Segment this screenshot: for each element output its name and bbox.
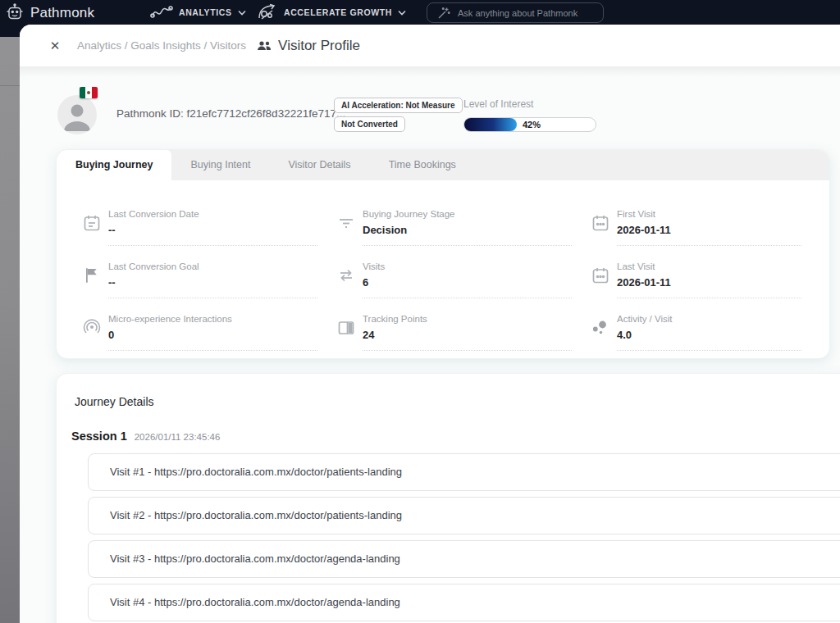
- tab-bar: Buying Journey Buying Intent Visitor Det…: [57, 150, 829, 180]
- funnel-lines-icon: [329, 213, 363, 246]
- visit-item[interactable]: Visit #1 - https://pro.doctoralia.com.mx…: [88, 453, 840, 491]
- calendar-lines-icon: [75, 213, 108, 246]
- stat-last-conversion-goal: Last Conversion Goal --: [75, 246, 329, 298]
- session-header: Session 1 2026/01/11 23:45:46: [71, 430, 840, 443]
- modal-header: ✕ Analytics / Goals Insights / Visitors …: [20, 25, 840, 67]
- page-title: Visitor Profile: [278, 38, 360, 54]
- repeat-icon: [329, 266, 363, 298]
- journey-details-card: Journey Details Session 1 2026/01/11 23:…: [56, 373, 840, 623]
- tab-visitor-details[interactable]: Visitor Details: [269, 150, 369, 180]
- pathmonk-robot-icon: [5, 3, 25, 23]
- status-badges: AI Acceleration: Not Measure Not Convert…: [334, 98, 463, 132]
- ask-anything-button[interactable]: Ask anything about Pathmonk: [427, 2, 604, 23]
- visitor-avatar: [57, 95, 97, 134]
- stat-micro-experience-interactions: Micro-experience Interactions 0: [75, 298, 329, 351]
- stat-first-visit: First Visit 2026-01-11: [583, 193, 813, 246]
- nav-item-analytics[interactable]: ANALYTICS: [150, 0, 246, 25]
- nav-item-accelerate-growth[interactable]: ACCELERATE GROWTH: [257, 0, 406, 25]
- breadcrumb[interactable]: Analytics / Goals Insights / Visitors: [77, 39, 246, 52]
- level-of-interest-bar: 42%: [463, 117, 596, 132]
- visitor-id: Pathmonk ID: f21efc7712cf26f8d32221fe717…: [116, 107, 345, 120]
- tab-time-bookings[interactable]: Time Bookings: [370, 150, 475, 180]
- visitor-profile-screen: Pathmonk ANALYTICS: [0, 0, 840, 623]
- stats-grid: Last Conversion Date -- Buying Journey S…: [57, 180, 829, 351]
- brand-name: Pathmonk: [30, 5, 94, 21]
- stat-last-conversion-date: Last Conversion Date --: [75, 193, 329, 246]
- chevron-down-icon: [398, 10, 406, 16]
- visit-item[interactable]: Visit #4 - https://pro.doctoralia.com.mx…: [88, 584, 840, 621]
- journey-details-heading: Journey Details: [75, 395, 840, 408]
- level-of-interest-fill: [464, 118, 517, 131]
- tab-buying-intent[interactable]: Buying Intent: [171, 150, 269, 180]
- stat-tracking-points: Tracking Points 24: [329, 298, 583, 351]
- magic-wand-icon: [437, 7, 450, 20]
- brand[interactable]: Pathmonk: [5, 2, 94, 24]
- person-icon: [57, 95, 97, 134]
- level-of-interest-percent: 42%: [523, 118, 541, 131]
- nav-item-label: ANALYTICS: [179, 7, 232, 17]
- stat-activity-per-visit: Activity / Visit 4.0: [583, 298, 813, 351]
- session-label: Session 1: [71, 430, 127, 443]
- stat-buying-journey-stage: Buying Journey Stage Decision: [329, 193, 583, 246]
- badge-ai-acceleration: AI Acceleration: Not Measure: [334, 98, 463, 113]
- nav-item-label: ACCELERATE GROWTH: [284, 7, 392, 17]
- calendar-dots-icon: [583, 213, 617, 246]
- level-of-interest-label: Level of Interest: [463, 98, 596, 110]
- backdrop-divider: [0, 85, 20, 86]
- tab-buying-journey[interactable]: Buying Journey: [57, 150, 171, 180]
- calendar-dots-icon: [583, 266, 617, 298]
- stat-visits: Visits 6: [329, 246, 583, 298]
- flag-icon: [75, 266, 108, 298]
- level-of-interest: Level of Interest 42%: [463, 98, 596, 132]
- dots-cluster-icon: [583, 318, 617, 351]
- title-group: Visitor Profile: [257, 38, 360, 54]
- close-button[interactable]: ✕: [44, 35, 66, 57]
- accelerate-growth-icon: [257, 3, 278, 21]
- columns-icon: [329, 318, 363, 351]
- analytics-squiggle-icon: [150, 4, 173, 20]
- visit-list: Visit #1 - https://pro.doctoralia.com.mx…: [88, 453, 840, 623]
- page-backdrop: [0, 37, 20, 623]
- visit-item[interactable]: Visit #2 - https://pro.doctoralia.com.mx…: [88, 497, 840, 534]
- buying-journey-card: Buying Journey Buying Intent Visitor Det…: [56, 149, 830, 359]
- people-icon: [257, 40, 272, 52]
- radar-icon: [75, 318, 108, 351]
- badge-not-converted: Not Converted: [334, 116, 405, 132]
- ask-anything-label: Ask anything about Pathmonk: [458, 8, 578, 18]
- mexico-flag-icon: [80, 87, 98, 98]
- visit-item[interactable]: Visit #3 - https://pro.doctoralia.com.mx…: [88, 540, 840, 578]
- chevron-down-icon: [238, 10, 246, 16]
- session-timestamp: 2026/01/11 23:45:46: [135, 432, 221, 442]
- stat-last-visit: Last Visit 2026-01-11: [583, 246, 813, 298]
